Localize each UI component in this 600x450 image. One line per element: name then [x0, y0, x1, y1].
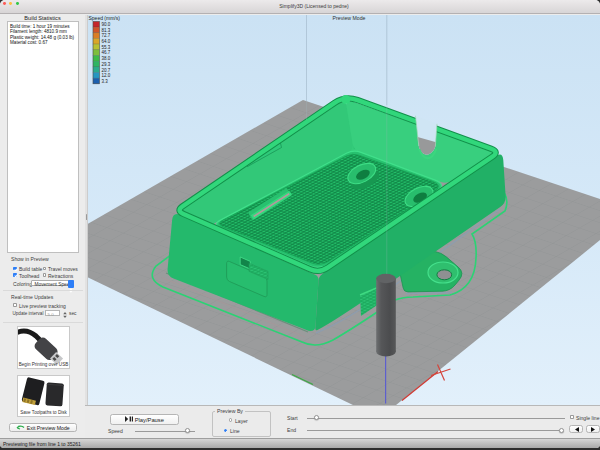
svg-text:46.7: 46.7	[102, 50, 111, 55]
svg-text:90.0: 90.0	[102, 22, 111, 27]
svg-text:55.3: 55.3	[102, 45, 111, 50]
svg-text:64.0: 64.0	[102, 39, 111, 44]
svg-text:Speed (mm/s): Speed (mm/s)	[89, 15, 121, 21]
svg-text:72.7: 72.7	[102, 33, 111, 38]
svg-text:3.3: 3.3	[102, 79, 109, 84]
svg-text:81.3: 81.3	[102, 28, 111, 33]
svg-text:29.3: 29.3	[102, 62, 111, 67]
svg-text:12.0: 12.0	[102, 73, 111, 78]
svg-text:38.0: 38.0	[102, 56, 111, 61]
svg-text:20.7: 20.7	[102, 68, 111, 73]
svg-text:Preview Mode: Preview Mode	[333, 15, 366, 21]
